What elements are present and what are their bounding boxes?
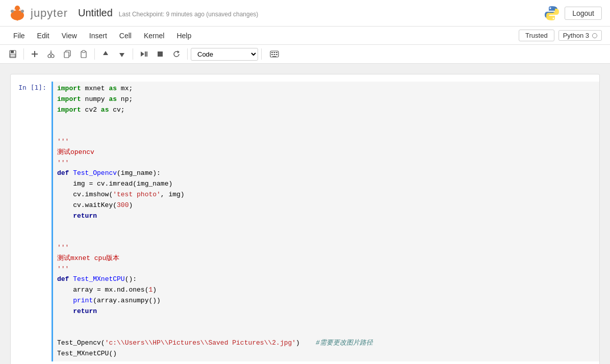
checkpoint-info: Last Checkpoint: 9 minutes ago (unsaved … [119, 11, 259, 18]
stop-icon [156, 50, 164, 58]
svg-point-4 [550, 7, 551, 9]
menu-help[interactable]: Help [171, 30, 196, 42]
trusted-button[interactable]: Trusted [519, 30, 554, 41]
svg-rect-28 [271, 52, 273, 53]
svg-point-2 [11, 10, 14, 13]
svg-point-1 [15, 6, 20, 11]
code-content: import mxnet as mx; import numpy as np; … [57, 84, 595, 359]
toolbar-sep-3 [133, 48, 133, 60]
svg-marker-20 [103, 51, 108, 55]
cell-type-select[interactable]: Code Markdown Raw NBConvert Heading [191, 48, 258, 61]
menu-insert[interactable]: Insert [84, 30, 112, 42]
logo-area: jupyter [8, 4, 68, 22]
menu-edit[interactable]: Edit [32, 30, 55, 42]
svg-rect-32 [274, 54, 275, 55]
copy-button[interactable] [60, 47, 75, 61]
svg-rect-34 [272, 56, 276, 57]
plus-icon [31, 50, 39, 58]
svg-marker-22 [141, 51, 144, 57]
svg-rect-24 [146, 51, 147, 57]
cell-code-area[interactable]: import mxnet as mx; import numpy as np; … [52, 82, 599, 361]
arrow-down-icon [118, 50, 126, 58]
jupyter-brand-text: jupyter [31, 7, 68, 20]
header: jupyter Untitled Last Checkpoint: 9 minu… [0, 0, 610, 27]
run-next-button[interactable] [136, 47, 151, 61]
restart-icon [172, 50, 181, 58]
scissors-icon [47, 50, 55, 58]
menu-view[interactable]: View [57, 30, 82, 42]
svg-rect-7 [11, 50, 14, 53]
kernel-indicator: Python 3 [558, 30, 602, 41]
main-content: In [1]: import mxnet as mx; import numpy… [0, 64, 610, 364]
svg-point-11 [48, 55, 51, 58]
toolbar-sep-1 [23, 48, 24, 60]
toolbar: Code Markdown Raw NBConvert Heading [0, 45, 610, 64]
svg-rect-33 [276, 54, 277, 55]
svg-marker-21 [119, 53, 124, 57]
toolbar-sep-4 [187, 48, 188, 60]
svg-rect-29 [274, 52, 275, 53]
menu-kernel[interactable]: Kernel [139, 30, 169, 42]
svg-line-14 [51, 53, 53, 55]
svg-point-3 [21, 10, 24, 13]
menu-cell[interactable]: Cell [114, 30, 137, 42]
svg-rect-31 [271, 54, 273, 55]
kernel-status-icon [592, 33, 597, 38]
kernel-name: Python 3 [563, 32, 589, 39]
svg-rect-17 [64, 52, 69, 58]
save-button[interactable] [5, 47, 20, 61]
add-cell-button[interactable] [27, 47, 42, 61]
paste-button[interactable] [76, 47, 91, 61]
save-icon [9, 50, 17, 58]
svg-rect-19 [82, 50, 85, 53]
svg-rect-25 [158, 51, 163, 57]
svg-point-12 [51, 55, 54, 58]
cell-prompt: In [1]: [11, 82, 52, 361]
arrow-up-icon [101, 50, 110, 58]
python-logo-icon [543, 5, 561, 22]
keyboard-icon [270, 50, 279, 58]
notebook-title-area: Untitled Last Checkpoint: 9 minutes ago … [78, 7, 543, 19]
move-down-button[interactable] [114, 47, 130, 61]
svg-rect-23 [145, 51, 146, 57]
copy-icon [63, 50, 71, 58]
toolbar-sep-5 [261, 48, 262, 60]
svg-point-5 [553, 17, 554, 19]
fast-forward-icon [140, 50, 148, 58]
logout-button[interactable]: Logout [565, 7, 602, 20]
svg-rect-8 [10, 54, 15, 57]
svg-rect-30 [276, 52, 277, 53]
toolbar-sep-2 [94, 48, 95, 60]
move-up-button[interactable] [98, 47, 113, 61]
notebook-container: In [1]: import mxnet as mx; import numpy… [10, 74, 600, 364]
code-cell-1: In [1]: import mxnet as mx; import numpy… [11, 80, 599, 363]
paste-icon [80, 50, 88, 58]
svg-marker-26 [177, 50, 180, 54]
menubar: File Edit View Insert Cell Kernel Help T… [0, 27, 610, 45]
notebook-title[interactable]: Untitled [78, 7, 113, 19]
restart-button[interactable] [169, 47, 184, 61]
jupyter-logo-icon [8, 4, 27, 22]
header-right: Logout [543, 5, 602, 22]
cut-button[interactable] [43, 47, 59, 61]
menu-file[interactable]: File [8, 30, 30, 42]
svg-line-13 [49, 53, 51, 55]
menubar-right: Trusted Python 3 [519, 30, 602, 41]
keyboard-shortcuts-button[interactable] [267, 47, 282, 61]
interrupt-button[interactable] [152, 47, 168, 61]
